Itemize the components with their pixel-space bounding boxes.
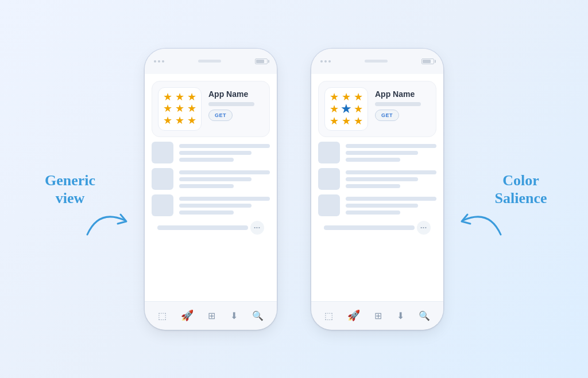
list-line-3c [179, 211, 234, 215]
list-line-2a [179, 170, 270, 174]
phone-notch-right [365, 60, 388, 63]
star-r8: ★ [342, 116, 351, 126]
label-color-salience: Color Salience [478, 171, 564, 206]
list-thumb-1-left [152, 142, 173, 163]
list-thumb-3-left [152, 194, 173, 216]
star-5: ★ [175, 103, 184, 114]
list-line-r2b [346, 177, 418, 181]
list-item-2-left [152, 168, 270, 190]
list-line-r3c [346, 211, 400, 215]
list-line-r1c [346, 158, 400, 162]
app-name-right: App Name [375, 89, 430, 99]
three-dots-left: ••• [254, 225, 260, 230]
phone-top-bar-left [145, 49, 277, 74]
list-thumb-2-left [152, 168, 173, 190]
star-r4: ★ [330, 104, 339, 114]
star-8: ★ [175, 115, 184, 126]
status-dots-right [320, 60, 331, 63]
star-9: ★ [187, 115, 196, 126]
star-4: ★ [163, 103, 172, 114]
phone-top-bar-right [311, 49, 443, 74]
star-r1: ★ [330, 92, 339, 102]
arrow-left [82, 203, 133, 243]
tab-icon-3-left[interactable]: ⊞ [208, 310, 215, 321]
tab-bar-right: ⬚ 🚀 ⊞ ⬇ 🔍 [311, 301, 443, 330]
dot-r1 [320, 60, 323, 63]
bottom-text-bar-left [157, 225, 248, 230]
list-lines-2-left [179, 168, 270, 188]
more-options-right[interactable]: ••• [417, 221, 431, 235]
list-lines-2-right [346, 168, 436, 188]
tab-icon-1-left[interactable]: ⬚ [158, 310, 167, 321]
app-info-left: App Name GET [208, 87, 264, 121]
battery-right [421, 59, 434, 64]
tab-icon-4-left[interactable]: ⬇ [230, 310, 238, 321]
dot-r3 [328, 60, 331, 63]
get-button-left[interactable]: GET [208, 110, 233, 121]
list-lines-1-right [346, 142, 436, 162]
star-2: ★ [175, 92, 184, 102]
get-button-right[interactable]: GET [375, 110, 399, 121]
star-r7: ★ [330, 116, 339, 126]
list-line-r3b [346, 204, 418, 208]
list-line-r2a [346, 170, 436, 174]
list-item-3-left [152, 194, 270, 216]
app-icon-stars-left: ★ ★ ★ ★ ★ ★ ★ ★ ★ [158, 87, 202, 131]
star-r6: ★ [354, 104, 363, 114]
app-subtitle-bar-left [208, 102, 254, 106]
tab-icon-3-right[interactable]: ⊞ [374, 310, 382, 321]
bottom-bar-left: ••• [152, 221, 270, 237]
list-item-1-right [318, 142, 436, 163]
main-scene: Generic view ★ ★ ★ ★ ★ [145, 49, 443, 330]
battery-left [255, 59, 268, 64]
star-7: ★ [163, 115, 172, 126]
list-line-r2c [346, 184, 400, 188]
list-thumb-1-right [318, 142, 340, 163]
list-thumb-3-right [318, 194, 340, 216]
phone-screen-left: ★ ★ ★ ★ ★ ★ ★ ★ ★ App Name GET [145, 74, 277, 301]
list-line-3b [179, 204, 252, 208]
list-thumb-2-right [318, 168, 340, 190]
list-item-2-right [318, 168, 436, 190]
app-subtitle-bar-right [375, 102, 421, 106]
star-r2: ★ [342, 92, 351, 102]
arrow-right [455, 203, 506, 243]
list-line-1c [179, 158, 234, 162]
phone-color-salience: ★ ★ ★ ★ ★ ★ ★ ★ ★ App Name GET [311, 49, 443, 330]
star-1: ★ [163, 92, 172, 102]
tab-icon-5-left[interactable]: 🔍 [252, 310, 264, 321]
dot-3 [162, 60, 164, 63]
dot-1 [154, 60, 156, 63]
status-dots-left [154, 60, 164, 63]
list-line-2c [179, 184, 234, 188]
bottom-bar-right: ••• [318, 221, 436, 237]
app-name-left: App Name [208, 89, 264, 99]
list-lines-3-left [179, 194, 270, 215]
bottom-text-bar-right [324, 225, 415, 230]
list-item-3-right [318, 194, 436, 216]
tab-icon-1-right[interactable]: ⬚ [324, 310, 333, 321]
star-6: ★ [187, 103, 196, 114]
list-item-1-left [152, 142, 270, 163]
list-line-r3a [346, 197, 436, 201]
phone-notch-left [198, 60, 221, 63]
tab-bar-left: ⬚ 🚀 ⊞ ⬇ 🔍 [145, 301, 277, 330]
dot-r2 [324, 60, 327, 63]
app-info-right: App Name GET [375, 87, 430, 121]
tab-icon-4-right[interactable]: ⬇ [397, 310, 404, 321]
tab-icon-2-right[interactable]: 🚀 [347, 309, 360, 322]
list-line-r1a [346, 144, 436, 148]
three-dots-right: ••• [420, 225, 427, 230]
phone-generic: ★ ★ ★ ★ ★ ★ ★ ★ ★ App Name GET [145, 49, 277, 330]
more-options-left[interactable]: ••• [250, 221, 264, 235]
list-line-r1b [346, 151, 418, 155]
app-card-left: ★ ★ ★ ★ ★ ★ ★ ★ ★ App Name GET [152, 81, 270, 137]
tab-icon-5-right[interactable]: 🔍 [419, 310, 430, 321]
tab-icon-2-left[interactable]: 🚀 [181, 309, 194, 322]
list-line-1a [179, 144, 270, 148]
star-r9: ★ [354, 116, 363, 126]
star-r3: ★ [354, 92, 363, 102]
star-r5-center-blue: ★ [341, 103, 352, 115]
phone-screen-right: ★ ★ ★ ★ ★ ★ ★ ★ ★ App Name GET [311, 74, 443, 301]
app-icon-stars-right: ★ ★ ★ ★ ★ ★ ★ ★ ★ [324, 87, 368, 131]
